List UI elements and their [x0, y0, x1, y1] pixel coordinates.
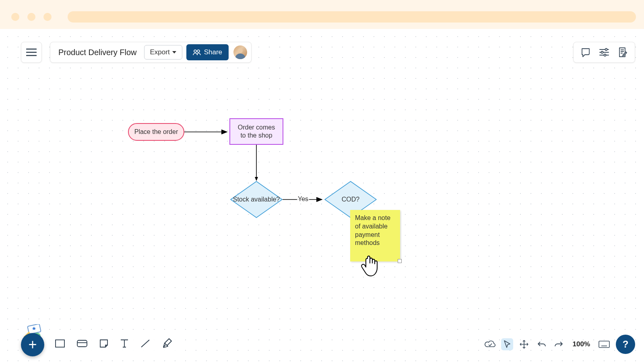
url-bar	[68, 11, 636, 23]
pen-tool[interactable]	[162, 338, 172, 350]
window-controls	[11, 13, 52, 21]
top-right-toolbar	[573, 42, 635, 63]
share-label: Share	[204, 48, 222, 56]
comments-button[interactable]	[580, 47, 591, 58]
terminator-node[interactable]: Place the order	[128, 123, 184, 141]
text-tool[interactable]	[120, 339, 129, 350]
keyboard-button[interactable]	[598, 338, 610, 350]
cursor-icon	[503, 340, 511, 349]
edge-label: Yes	[297, 195, 309, 203]
history-tools	[536, 338, 565, 350]
node-label: Place the order	[134, 128, 178, 136]
svg-point-4	[197, 50, 200, 52]
caret-down-icon	[172, 51, 176, 53]
document-title[interactable]: Product Delivery Flow	[58, 48, 137, 57]
add-button[interactable]: +	[21, 333, 44, 356]
bottom-right-controls: 100% ?	[484, 335, 635, 354]
people-icon	[193, 49, 201, 56]
svg-point-10	[604, 54, 606, 56]
container-tool[interactable]	[76, 339, 88, 349]
canvas[interactable]	[0, 29, 644, 362]
sticky-text: Make a note of available payment methods	[355, 214, 390, 246]
svg-rect-20	[77, 340, 87, 347]
process-node[interactable]: Order comes to the shop	[229, 118, 283, 145]
menu-button[interactable]	[21, 42, 42, 63]
sticky-note-icon	[99, 339, 109, 348]
redo-button[interactable]	[553, 338, 565, 350]
node-label: Order comes to the shop	[234, 123, 279, 140]
select-tool[interactable]	[501, 338, 513, 350]
edge-arrow[interactable]	[254, 145, 262, 183]
resize-handle[interactable]	[398, 259, 402, 263]
node-label: COD?	[342, 195, 359, 203]
view-tools	[484, 338, 530, 350]
browser-chrome	[0, 0, 644, 29]
title-bar: Product Delivery Flow Export Share	[50, 42, 252, 63]
zoom-level[interactable]: 100%	[570, 340, 592, 348]
container-icon	[76, 339, 88, 348]
svg-point-6	[605, 49, 607, 51]
edge-arrow[interactable]	[184, 129, 231, 137]
svg-point-3	[194, 50, 196, 52]
plus-icon: +	[28, 336, 37, 353]
pen-icon	[162, 338, 172, 349]
node-label: Stock available?	[233, 195, 280, 203]
help-button[interactable]: ?	[616, 335, 635, 354]
svg-point-8	[601, 51, 603, 53]
edit-button[interactable]	[617, 47, 628, 58]
decision-node-stock[interactable]: Stock available?	[230, 181, 283, 218]
export-button[interactable]: Export	[144, 45, 182, 60]
window-dot	[43, 13, 52, 21]
undo-button[interactable]	[536, 338, 548, 350]
avatar[interactable]	[233, 45, 247, 59]
svg-line-22	[141, 340, 149, 347]
settings-button[interactable]	[599, 47, 610, 58]
cloud-check-icon	[485, 340, 496, 348]
move-icon	[519, 339, 529, 349]
sticky-note[interactable]: Make a note of available payment methods	[350, 210, 400, 261]
note-edit-icon	[618, 47, 627, 58]
export-label: Export	[150, 48, 170, 56]
cloud-sync-button[interactable]	[484, 338, 496, 350]
undo-icon	[537, 341, 547, 348]
cursor-hand-icon	[360, 255, 380, 278]
svg-rect-24	[599, 341, 609, 348]
pan-tool[interactable]	[518, 338, 530, 350]
window-dot	[11, 13, 19, 21]
window-dot	[27, 13, 35, 21]
svg-rect-19	[56, 340, 64, 347]
rectangle-icon	[55, 339, 65, 348]
sliders-icon	[599, 48, 609, 57]
help-label: ?	[623, 339, 629, 350]
hamburger-icon	[26, 48, 37, 56]
shapes-toolbar	[47, 335, 180, 354]
chat-bubble-icon	[580, 47, 591, 58]
sticky-tool[interactable]	[99, 339, 109, 350]
rectangle-tool[interactable]	[55, 339, 65, 350]
line-tool[interactable]	[140, 339, 151, 350]
text-icon	[120, 339, 129, 348]
share-button[interactable]: Share	[186, 44, 229, 60]
redo-icon	[554, 341, 564, 348]
line-icon	[140, 339, 151, 348]
keyboard-icon	[598, 340, 610, 348]
